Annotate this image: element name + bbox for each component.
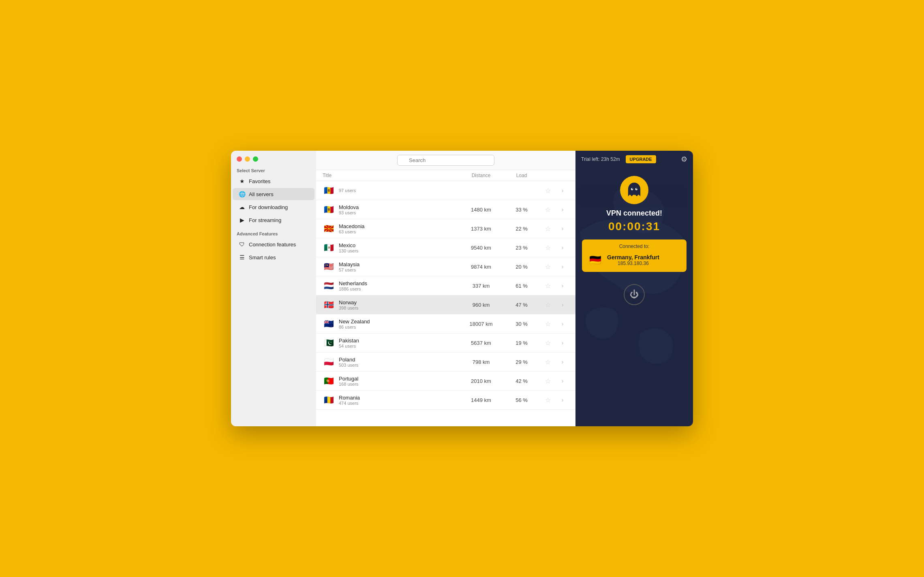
- star-cell[interactable]: ☆: [540, 244, 556, 252]
- connected-box: Connected to: 🇩🇪 Germany, Frankfurt 185.…: [582, 239, 687, 272]
- star-cell[interactable]: ☆: [540, 206, 556, 214]
- flag-germany: 🇩🇪: [588, 252, 603, 268]
- dist-cell: 1449 km: [459, 397, 503, 403]
- arrow-cell[interactable]: ›: [556, 187, 569, 194]
- sidebar-item-label: For downloading: [249, 204, 288, 210]
- star-cell[interactable]: ☆: [540, 263, 556, 271]
- search-input[interactable]: [397, 155, 494, 166]
- table-row[interactable]: 🇲🇩 Moldova 93 users 1480 km 33 % ☆ ›: [316, 200, 575, 219]
- country-name: Macedonia: [339, 223, 365, 229]
- country-name: Romania: [339, 395, 360, 401]
- sidebar: Select Server ★ Favorites 🌐 All servers …: [231, 151, 316, 426]
- flag-mexico: 🇲🇽: [323, 241, 335, 254]
- country-cell: 🇲🇰 Macedonia 63 users: [323, 222, 459, 235]
- download-icon: ☁: [238, 203, 246, 211]
- sidebar-item-favorites[interactable]: ★ Favorites: [233, 175, 314, 187]
- table-row[interactable]: 🇵🇹 Portugal 168 users 2010 km 42 % ☆ ›: [316, 372, 575, 391]
- col-title: Title: [323, 173, 459, 178]
- load-cell: 23 %: [503, 245, 540, 251]
- sidebar-item-label: Connection features: [249, 241, 296, 248]
- connected-to-label: Connected to:: [588, 244, 681, 249]
- user-count: 93 users: [339, 210, 359, 215]
- country-cell: 🇳🇴 Norway 398 users: [323, 299, 459, 311]
- col-distance: Distance: [459, 173, 503, 178]
- arrow-cell[interactable]: ›: [556, 397, 569, 403]
- maximize-button[interactable]: [253, 156, 258, 162]
- dist-cell: 337 km: [459, 283, 503, 289]
- country-cell: 🇲🇩 97 users: [323, 184, 459, 197]
- star-cell[interactable]: ☆: [540, 377, 556, 385]
- sidebar-item-all-servers[interactable]: 🌐 All servers: [233, 188, 314, 200]
- col-arrow: [556, 173, 569, 178]
- star-cell[interactable]: ☆: [540, 187, 556, 194]
- arrow-cell[interactable]: ›: [556, 206, 569, 213]
- table-row[interactable]: 🇷🇴 Romania 474 users 1449 km 56 % ☆ ›: [316, 391, 575, 410]
- arrow-cell[interactable]: ›: [556, 359, 569, 365]
- settings-icon[interactable]: ⚙: [681, 155, 687, 164]
- star-cell[interactable]: ☆: [540, 320, 556, 328]
- star-cell[interactable]: ☆: [540, 339, 556, 347]
- top-bar: Trial left: 23h 52m UPGRADE ⚙: [575, 151, 693, 168]
- shield-icon: 🛡: [238, 241, 246, 248]
- flag-malaysia: 🇲🇾: [323, 261, 335, 273]
- dist-cell: 960 km: [459, 302, 503, 308]
- sidebar-item-for-streaming[interactable]: ▶ For streaming: [233, 214, 314, 226]
- close-button[interactable]: [237, 156, 242, 162]
- country-info: Norway 398 users: [339, 299, 358, 310]
- load-cell: 33 %: [503, 207, 540, 213]
- country-info: New Zealand 86 users: [339, 318, 370, 329]
- arrow-cell[interactable]: ›: [556, 340, 569, 346]
- table-body: 🇲🇩 97 users ☆ › 🇲🇩 Moldova 93 users: [316, 181, 575, 426]
- star-icon: ★: [238, 177, 246, 185]
- load-cell: 20 %: [503, 264, 540, 270]
- arrow-cell[interactable]: ›: [556, 225, 569, 232]
- search-wrapper: 🔍: [397, 155, 494, 166]
- table-row[interactable]: 🇲🇽 Mexico 130 users 9540 km 23 % ☆ ›: [316, 238, 575, 257]
- sidebar-item-for-downloading[interactable]: ☁ For downloading: [233, 201, 314, 213]
- connected-country-row: 🇩🇪 Germany, Frankfurt 185.93.180.36: [588, 252, 681, 268]
- star-cell[interactable]: ☆: [540, 396, 556, 404]
- search-bar-area: 🔍: [316, 151, 575, 170]
- arrow-cell[interactable]: ›: [556, 321, 569, 327]
- load-cell: 42 %: [503, 378, 540, 384]
- country-info: Poland 503 users: [339, 357, 358, 368]
- user-count: 54 users: [339, 344, 359, 348]
- trial-text: Trial left: 23h 52m: [581, 156, 620, 162]
- star-cell[interactable]: ☆: [540, 282, 556, 290]
- minimize-button[interactable]: [245, 156, 250, 162]
- upgrade-button[interactable]: UPGRADE: [626, 155, 656, 163]
- arrow-cell[interactable]: ›: [556, 282, 569, 289]
- sidebar-item-connection-features[interactable]: 🛡 Connection features: [233, 238, 314, 250]
- user-count: 57 users: [339, 267, 359, 272]
- sidebar-item-label: All servers: [249, 191, 274, 197]
- dist-cell: 5637 km: [459, 340, 503, 346]
- star-cell[interactable]: ☆: [540, 225, 556, 233]
- country-name: Netherlands: [339, 280, 367, 286]
- table-row[interactable]: 🇵🇰 Pakistan 54 users 5637 km 19 % ☆ ›: [316, 333, 575, 353]
- table-row[interactable]: 🇳🇱 Netherlands 1886 users 337 km 61 % ☆ …: [316, 276, 575, 295]
- trial-left: Trial left: 23h 52m UPGRADE: [581, 155, 656, 163]
- arrow-cell[interactable]: ›: [556, 263, 569, 270]
- top-bar-right: ⚙: [681, 155, 687, 164]
- table-row-norway[interactable]: 🇳🇴 Norway 398 users 960 km 47 % ☆ ›: [316, 295, 575, 314]
- sidebar-item-label: Favorites: [249, 178, 270, 184]
- arrow-cell[interactable]: ›: [556, 378, 569, 384]
- table-row[interactable]: 🇳🇿 New Zealand 86 users 18007 km 30 % ☆ …: [316, 314, 575, 333]
- table-row[interactable]: 🇵🇱 Poland 503 users 798 km 29 % ☆ ›: [316, 353, 575, 372]
- arrow-cell[interactable]: ›: [556, 244, 569, 251]
- sidebar-item-smart-rules[interactable]: ☰ Smart rules: [233, 251, 314, 263]
- globe-icon: 🌐: [238, 190, 246, 198]
- country-cell: 🇵🇹 Portugal 168 users: [323, 375, 459, 387]
- table-row[interactable]: 🇲🇰 Macedonia 63 users 1373 km 22 % ☆ ›: [316, 219, 575, 238]
- power-button[interactable]: ⏻: [624, 284, 645, 305]
- table-row[interactable]: 🇲🇾 Malaysia 57 users 9874 km 20 % ☆ ›: [316, 257, 575, 276]
- load-cell: 29 %: [503, 359, 540, 365]
- star-cell[interactable]: ☆: [540, 301, 556, 309]
- star-cell[interactable]: ☆: [540, 358, 556, 366]
- sidebar-item-label: For streaming: [249, 217, 281, 223]
- arrow-cell[interactable]: ›: [556, 301, 569, 308]
- table-header: Title Distance Load: [316, 170, 575, 181]
- table-row[interactable]: 🇲🇩 97 users ☆ ›: [316, 181, 575, 200]
- flag-netherlands: 🇳🇱: [323, 280, 335, 292]
- stream-icon: ▶: [238, 216, 246, 224]
